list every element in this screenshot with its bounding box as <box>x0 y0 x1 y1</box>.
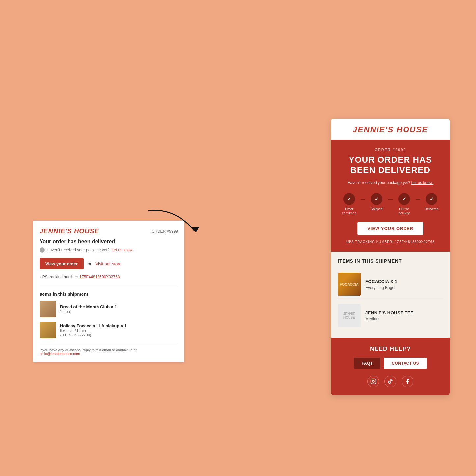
step-connector-2 <box>388 199 392 200</box>
item-name: Holiday Focaccia - LA pickup × 1 <box>60 323 126 328</box>
step-label-3: Out fordelivery <box>398 207 409 215</box>
list-item: Holiday Focaccia - LA pickup × 1 6x6 loa… <box>40 322 178 338</box>
tag-icon: 🏷 <box>60 333 64 337</box>
hero-subtitle-link[interactable]: Let us know. <box>411 181 434 185</box>
email-header: JENNIE'S HOUSE <box>331 119 450 140</box>
step-circle-4: ✓ <box>426 193 437 205</box>
step-out-for-delivery: ✓ Out fordelivery <box>393 193 416 215</box>
view-order-button-large[interactable]: VIEW YOUR ORDER <box>357 222 423 235</box>
item-image-focaccia <box>40 322 56 338</box>
faq-button[interactable]: FAQs <box>354 358 380 369</box>
item-name: Bread of the Month Club × 1 <box>60 304 117 309</box>
help-buttons: FAQs CONTACT US <box>338 358 443 369</box>
hero-subtitle: Haven't received your package yet? Let u… <box>338 181 443 185</box>
footer-text: If you have any questions, reply to this… <box>40 348 137 352</box>
svg-point-3 <box>374 380 375 381</box>
step-order-confirmed: ✓ Orderconfirmed <box>338 193 361 215</box>
svg-rect-1 <box>371 379 376 384</box>
left-card-tracking: UPS tracking number: 1Z5F44813600X02768 <box>40 275 178 279</box>
tracking-number[interactable]: 1Z5F44813600X02768 <box>79 275 120 279</box>
right-email-preview: JENNIE'S HOUSE ORDER #9999 YOUR ORDER HA… <box>331 119 450 395</box>
item-info: Holiday Focaccia - LA pickup × 1 6x6 loa… <box>60 323 126 337</box>
item-image-focaccia: FOCACCIA <box>338 273 361 296</box>
tracking-info: UPS TRACKING NUMBER: 1Z5F44813600X02768 <box>338 240 443 244</box>
list-item: Bread of the Month Club × 1 1 Loaf <box>40 301 178 317</box>
items-section-title: ITEMS IN THIS SHIPMENT <box>338 258 443 264</box>
step-circle-2: ✓ <box>371 193 382 205</box>
visit-store-link[interactable]: Visit our store <box>96 261 122 266</box>
info-icon: i <box>40 247 45 253</box>
item-name-tee: JENNIE'S HOUSE TEE <box>365 310 413 315</box>
social-icons <box>338 376 443 387</box>
item-detail: 1 Loaf <box>60 309 117 314</box>
svg-marker-0 <box>191 227 199 232</box>
svg-point-2 <box>372 380 374 382</box>
contact-button[interactable]: CONTACT US <box>384 358 427 369</box>
item-info: Bread of the Month Club × 1 1 Loaf <box>60 304 117 314</box>
item-image-tee: JENNIEHOUSE <box>338 304 361 327</box>
step-circle-3: ✓ <box>398 193 410 205</box>
item-name-focaccia: FOCACCIA X 1 <box>365 279 397 284</box>
footer-email[interactable]: hello@jennieshouse.com <box>40 352 80 356</box>
step-label-1: Orderconfirmed <box>342 207 356 215</box>
left-preview-card: JENNIE'S HOUSE ORDER #9999 Your order ha… <box>33 221 184 362</box>
divider <box>40 286 178 286</box>
focaccia-shape: FOCACCIA <box>338 273 361 296</box>
help-title: NEED HELP? <box>338 346 443 352</box>
or-text: or <box>88 261 92 266</box>
left-card-subtitle: i Haven't received your package yet? Let… <box>40 247 178 253</box>
item-info: JENNIE'S HOUSE TEE Medium <box>365 310 413 321</box>
item-info: FOCACCIA X 1 Everything Bagel <box>365 279 397 290</box>
step-label-2: Shipped <box>371 207 383 211</box>
tee-label: JENNIEHOUSE <box>343 312 355 319</box>
help-section: NEED HELP? FAQs CONTACT US <box>331 338 450 395</box>
tee-shape: JENNIEHOUSE <box>338 304 361 327</box>
list-item: JENNIEHOUSE JENNIE'S HOUSE TEE Medium <box>338 300 443 331</box>
focaccia-label: FOCACCIA <box>340 282 359 286</box>
email-hero: ORDER #9999 YOUR ORDER HAS BEEN DELIVERE… <box>331 140 450 252</box>
left-card-buttons: View your order or Visit our store <box>40 258 178 269</box>
progress-steps: ✓ Orderconfirmed ✓ Shipped ✓ Out fordeli… <box>338 193 443 215</box>
left-brand-name: JENNIE'S HOUSE <box>40 227 99 235</box>
item-detail-tee: Medium <box>365 317 413 321</box>
list-item: FOCACCIA FOCACCIA X 1 Everything Bagel <box>338 269 443 300</box>
right-brand-name: JENNIE'S HOUSE <box>336 125 444 134</box>
right-order-number: ORDER #9999 <box>338 148 443 152</box>
item-image-bread <box>40 301 56 317</box>
step-connector-3 <box>416 199 420 200</box>
left-card-footer: If you have any questions, reply to this… <box>40 344 178 356</box>
instagram-icon[interactable] <box>367 376 379 387</box>
facebook-icon[interactable] <box>402 376 413 387</box>
item-detail-focaccia: Everything Bagel <box>365 285 397 290</box>
tiktok-icon[interactable] <box>384 376 396 387</box>
subtitle-text: Haven't received your package yet? <box>47 248 109 252</box>
hero-subtitle-text: Haven't received your package yet? <box>348 181 410 185</box>
step-connector-1 <box>361 199 365 200</box>
tracking-label: UPS tracking number: <box>40 275 78 279</box>
view-order-button[interactable]: View your order <box>40 258 84 269</box>
left-order-number: ORDER #9999 <box>152 229 178 234</box>
step-label-4: Delivered <box>425 207 438 211</box>
items-title: Items in this shipment <box>40 292 178 297</box>
item-detail: 6x6 loaf / Plain <box>60 328 126 333</box>
hero-title: YOUR ORDER HAS BEEN DELIVERED <box>338 155 443 175</box>
step-shipped: ✓ Shipped <box>365 193 388 211</box>
item-promo: 🏷 PROD5 (-$5.00) <box>60 333 126 337</box>
step-delivered: ✓ Delivered <box>420 193 443 211</box>
promo-code: PROD5 (-$5.00) <box>65 333 91 337</box>
left-card-title: Your order has been delivered <box>40 239 178 245</box>
step-circle-1: ✓ <box>343 193 355 205</box>
left-card-header: JENNIE'S HOUSE ORDER #9999 <box>40 227 178 235</box>
let-us-know-link[interactable]: Let us know <box>111 248 132 252</box>
items-section: ITEMS IN THIS SHIPMENT FOCACCIA FOCACCIA… <box>331 252 450 338</box>
